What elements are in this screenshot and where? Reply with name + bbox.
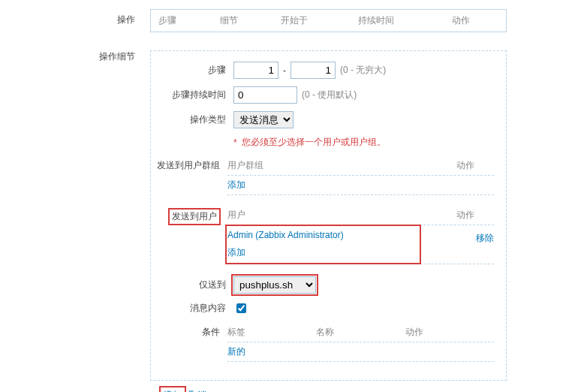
step-hint: (0 - 无穷大)	[340, 64, 386, 77]
send-to-users-label: 发送到用户	[169, 209, 220, 225]
ops-col-duration: 持续时间	[351, 10, 444, 32]
users-col-name: 用户	[227, 209, 456, 222]
op-cancel-link[interactable]: 取消	[188, 389, 206, 392]
op-type-label: 操作类型	[151, 113, 233, 126]
cond-col-name: 名称	[316, 326, 405, 339]
send-to-groups-label: 发送到用户群组	[151, 156, 227, 172]
op-details-box: 步骤 - (0 - 无穷大) 步骤持续时间 (0 - 使用默认) 操作类型	[150, 50, 507, 381]
conditions-table: 标签 名称 动作 新的	[227, 323, 494, 362]
cond-new-link[interactable]: 新的	[227, 346, 245, 357]
ops-col-detail: 细节	[212, 10, 273, 32]
conditions-label: 条件	[151, 323, 227, 339]
step-dash: -	[283, 65, 286, 76]
msg-content-checkbox[interactable]	[236, 303, 246, 313]
users-add-link[interactable]: 添加	[227, 247, 245, 258]
user-groups-table: 用户群组 动作 添加	[227, 156, 494, 195]
ops-col-step: 步骤	[151, 10, 212, 32]
op-type-warning: 您必须至少选择一个用户或用户组。	[242, 136, 386, 149]
groups-col-name: 用户群组	[227, 159, 456, 172]
users-col-action: 动作	[456, 209, 494, 222]
only-send-select[interactable]: pushplus.sh	[233, 276, 316, 294]
msg-content-label: 消息内容	[151, 302, 233, 315]
cond-col-tag: 标签	[227, 326, 316, 339]
user-row-name[interactable]: Admin (Zabbix Administrator)	[227, 230, 344, 240]
operations-label: 操作	[0, 9, 150, 26]
only-send-label: 仅送到	[151, 279, 233, 291]
operations-table: 步骤 细节 开始于 持续时间 动作	[150, 9, 507, 32]
required-star: *	[233, 137, 237, 148]
cond-col-action: 动作	[405, 326, 494, 339]
step-duration-label: 步骤持续时间	[151, 89, 233, 101]
step-from-input[interactable]	[233, 62, 278, 79]
ops-col-action: 动作	[444, 10, 506, 32]
user-remove-link[interactable]: 移除	[476, 232, 494, 245]
step-to-input[interactable]	[290, 62, 336, 79]
step-duration-hint: (0 - 使用默认)	[302, 89, 357, 101]
users-table: 用户 动作 Admin (Zabbix Administrator) 添加	[227, 206, 494, 264]
steps-label: 步骤	[151, 64, 233, 77]
groups-add-link[interactable]: 添加	[227, 179, 245, 190]
op-type-select[interactable]: 发送消息	[233, 111, 294, 128]
step-duration-input[interactable]	[233, 86, 297, 104]
ops-col-startin: 开始于	[273, 10, 351, 32]
groups-col-action: 动作	[456, 159, 494, 172]
op-details-label: 操作细节	[0, 46, 150, 63]
